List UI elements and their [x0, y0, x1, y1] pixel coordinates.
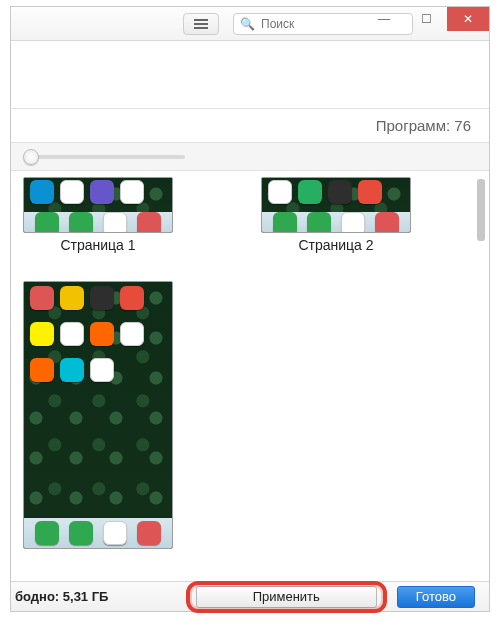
- upper-region: [11, 41, 489, 109]
- pages-scrollbar[interactable]: [477, 179, 485, 543]
- pages-scrollbar-thumb[interactable]: [477, 179, 485, 241]
- page-thumb-2[interactable]: Страница 2: [261, 177, 411, 253]
- svg-rect-1: [194, 23, 208, 25]
- list-icon: [194, 19, 208, 29]
- program-count-strip: Программ: 76: [11, 109, 489, 143]
- page-thumb-3[interactable]: Страница 3: [23, 281, 173, 551]
- window: 🔍 — ☐ ✕ Программ: 76: [10, 6, 490, 612]
- apply-highlight: Применить: [186, 581, 387, 613]
- search-icon: 🔍: [240, 17, 255, 31]
- minimize-button[interactable]: —: [363, 7, 405, 31]
- apply-button[interactable]: Применить: [196, 586, 377, 608]
- page-thumb-1-screen: [23, 177, 173, 233]
- page-grid: Страница 1 Страница 2: [23, 177, 477, 551]
- zoom-slider-row: [11, 143, 489, 171]
- page-thumb-1-label: Страница 1: [60, 237, 135, 253]
- program-count-label: Программ: 76: [376, 117, 471, 134]
- done-button[interactable]: Готово: [397, 586, 475, 608]
- bottom-bar: бодно: 5,31 ГБ Применить Готово: [11, 581, 489, 611]
- view-list-toggle[interactable]: [183, 13, 219, 35]
- maximize-button[interactable]: ☐: [405, 7, 447, 31]
- page-thumb-1[interactable]: Страница 1: [23, 177, 173, 253]
- page-thumb-2-label: Страница 2: [298, 237, 373, 253]
- window-buttons: — ☐ ✕: [363, 7, 489, 31]
- close-button[interactable]: ✕: [447, 7, 489, 31]
- zoom-slider[interactable]: [25, 155, 185, 159]
- pages-pane: Страница 1 Страница 2: [11, 171, 489, 551]
- titlebar: 🔍 — ☐ ✕: [11, 7, 489, 41]
- free-space-label: бодно: 5,31 ГБ: [15, 589, 108, 604]
- zoom-slider-thumb[interactable]: [23, 149, 39, 165]
- svg-rect-0: [194, 19, 208, 21]
- page-thumb-2-screen: [261, 177, 411, 233]
- svg-rect-2: [194, 27, 208, 29]
- page-thumb-3-screen: [23, 281, 173, 549]
